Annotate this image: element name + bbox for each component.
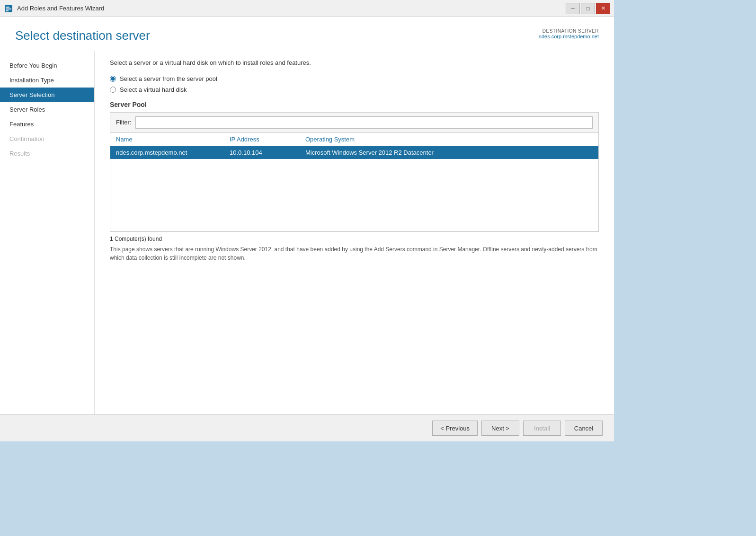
main-window: Select destination server DESTINATION SE… — [0, 17, 614, 441]
col-header-os: Operating System — [305, 136, 593, 143]
col-header-name: Name — [116, 136, 230, 143]
table-header: Name IP Address Operating System — [110, 133, 598, 146]
col-header-ip: IP Address — [230, 136, 305, 143]
sidebar-item-before-you-begin[interactable]: Before You Begin — [0, 58, 94, 73]
filter-row: Filter: — [110, 113, 598, 133]
install-button[interactable]: Install — [523, 421, 561, 436]
minimize-button[interactable]: ─ — [566, 3, 580, 14]
row-os: Microsoft Windows Server 2012 R2 Datacen… — [305, 149, 593, 156]
close-button[interactable]: ✕ — [596, 3, 610, 14]
page-title: Select destination server — [15, 28, 150, 43]
row-name: ndes.corp.mstepdemo.net — [116, 149, 230, 156]
sidebar-item-features[interactable]: Features — [0, 117, 94, 132]
filter-input[interactable] — [135, 116, 593, 129]
radio-vhd-label: Select a virtual hard disk — [120, 86, 187, 93]
sidebar-item-server-selection[interactable]: Server Selection — [0, 88, 94, 102]
sidebar-item-server-roles[interactable]: Server Roles — [0, 102, 94, 117]
page-header: Select destination server DESTINATION SE… — [0, 17, 614, 51]
table-row[interactable]: ndes.corp.mstepdemo.net 10.0.10.104 Micr… — [110, 146, 598, 159]
destination-label: DESTINATION SERVER — [539, 28, 599, 34]
radio-server-pool-input[interactable] — [110, 76, 116, 82]
row-ip: 10.0.10.104 — [230, 149, 305, 156]
title-bar-left: Add Roles and Features Wizard — [4, 4, 104, 13]
radio-group: Select a server from the server pool Sel… — [110, 75, 599, 93]
table-body: ndes.corp.mstepdemo.net 10.0.10.104 Micr… — [110, 146, 598, 231]
sidebar-item-results: Results — [0, 146, 94, 161]
title-bar: Add Roles and Features Wizard ─ □ ✕ — [0, 0, 614, 17]
pool-info: This page shows servers that are running… — [110, 245, 599, 262]
restore-button[interactable]: □ — [581, 3, 595, 14]
window-title: Add Roles and Features Wizard — [17, 5, 104, 12]
radio-vhd-input[interactable] — [110, 87, 116, 93]
svg-rect-1 — [6, 7, 9, 8]
filter-label: Filter: — [116, 119, 132, 126]
description-text: Select a server or a virtual hard disk o… — [110, 58, 599, 68]
cancel-button[interactable]: Cancel — [565, 421, 603, 436]
server-pool-title: Server Pool — [110, 101, 599, 108]
destination-server-info: DESTINATION SERVER ndes.corp.mstepdemo.n… — [539, 28, 599, 39]
sidebar-item-installation-type[interactable]: Installation Type — [0, 73, 94, 88]
svg-rect-3 — [6, 10, 9, 11]
next-button[interactable]: Next > — [481, 421, 519, 436]
svg-rect-2 — [6, 9, 11, 9]
previous-button[interactable]: < Previous — [432, 421, 478, 436]
server-pool-container: Filter: Name IP Address Operating System… — [110, 112, 599, 232]
radio-vhd[interactable]: Select a virtual hard disk — [110, 86, 599, 93]
body: Before You BeginInstallation TypeServer … — [0, 51, 614, 414]
destination-name: ndes.corp.mstepdemo.net — [539, 34, 599, 39]
computers-found: 1 Computer(s) found — [110, 236, 599, 242]
wizard-icon — [4, 4, 13, 13]
window-controls: ─ □ ✕ — [566, 3, 610, 14]
sidebar-item-confirmation: Confirmation — [0, 132, 94, 146]
radio-server-pool[interactable]: Select a server from the server pool — [110, 75, 599, 82]
radio-server-pool-label: Select a server from the server pool — [120, 75, 217, 82]
main-content: Select a server or a virtual hard disk o… — [95, 51, 614, 414]
sidebar: Before You BeginInstallation TypeServer … — [0, 51, 95, 414]
footer: < Previous Next > Install Cancel — [0, 414, 614, 441]
